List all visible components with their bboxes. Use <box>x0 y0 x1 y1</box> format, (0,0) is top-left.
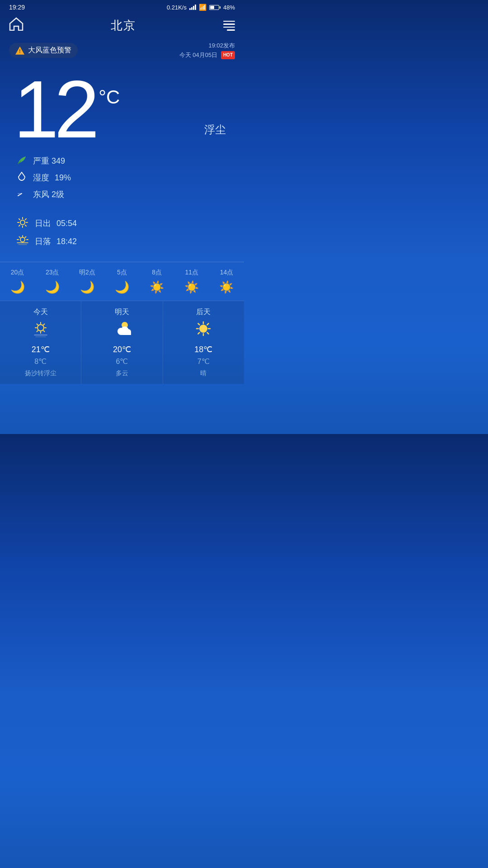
hour-item-6: 14点 ☀️ <box>209 269 244 294</box>
svg-line-24 <box>37 330 38 331</box>
wind-value: 东风 2级 <box>33 189 64 200</box>
aqi-label: 严重 349 <box>33 156 65 166</box>
hour-icon-3: 🌙 <box>115 280 129 294</box>
sun-section: 日出 05:54 日落 18:42 <box>0 214 244 262</box>
hour-icon-6: ☀️ <box>219 280 234 294</box>
day-high-today: 21℃ <box>32 344 50 354</box>
wind-row: 东风 2级 <box>16 189 233 201</box>
hour-item-5: 11点 ☀️ <box>174 269 209 294</box>
city-name: 北京 <box>111 18 136 33</box>
daily-forecast: 今天 21℃ 8℃ 扬沙转浮尘 明天 <box>0 301 244 384</box>
home-button[interactable] <box>9 17 23 34</box>
day-desc-aftertomorrow: 晴 <box>200 369 206 377</box>
status-indicators: 0.21K/s 📶 48% <box>167 4 235 11</box>
wifi-icon: 📶 <box>199 4 206 11</box>
day-label-aftertomorrow: 后天 <box>196 307 211 317</box>
menu-button[interactable] <box>223 21 235 31</box>
svg-point-9 <box>20 237 25 242</box>
svg-line-14 <box>25 236 26 237</box>
hour-item-0: 20点 🌙 <box>0 269 35 294</box>
network-speed: 0.21K/s <box>167 4 187 11</box>
day-high-tomorrow: 20℃ <box>113 344 131 354</box>
svg-point-17 <box>38 325 44 331</box>
svg-point-33 <box>199 325 207 333</box>
day-item-aftertomorrow: 后天 18℃ 7℃ 晴 <box>163 301 244 384</box>
hour-item-1: 23点 🌙 <box>35 269 70 294</box>
status-time: 19:29 <box>9 4 25 11</box>
hour-label-4: 8点 <box>152 269 162 277</box>
day-label-tomorrow: 明天 <box>115 307 129 317</box>
humidity-row: 湿度 19% <box>16 172 233 184</box>
hot-badge: HOT <box>221 51 235 59</box>
day-icon-today <box>31 320 51 342</box>
sunrise-time: 05:54 <box>56 219 77 228</box>
hour-item-4: 8点 ☀️ <box>140 269 174 294</box>
temperature-value: 12 <box>14 64 95 155</box>
weather-info-section: 严重 349 湿度 19% 东风 2级 <box>0 151 244 214</box>
leaf-icon <box>16 155 28 167</box>
menu-icon <box>223 24 235 25</box>
signal-icon <box>189 5 196 10</box>
svg-line-40 <box>198 332 200 334</box>
day-low-tomorrow: 6℃ <box>116 357 128 366</box>
menu-icon <box>223 27 235 28</box>
temperature-unit: °C <box>99 73 120 108</box>
svg-line-22 <box>37 324 38 325</box>
hour-label-1: 23点 <box>46 269 59 277</box>
day-low-today: 8℃ <box>34 357 47 366</box>
day-low-aftertomorrow: 7℃ <box>197 357 210 366</box>
battery-icon <box>209 5 221 10</box>
svg-line-8 <box>25 218 26 219</box>
sunset-icon <box>16 235 29 248</box>
humidity-value: 19% <box>55 173 71 183</box>
hour-item-2: 明2点 🌙 <box>70 269 104 294</box>
hour-icon-4: ☀️ <box>150 280 164 294</box>
svg-point-0 <box>20 220 25 225</box>
hour-icon-2: 🌙 <box>80 280 94 294</box>
sunrise-icon <box>16 217 29 231</box>
hour-label-2: 明2点 <box>79 269 95 277</box>
sunrise-label: 日出 <box>35 218 51 229</box>
svg-line-38 <box>198 323 200 325</box>
temperature-section: 12 °C 浮尘 <box>0 64 244 151</box>
svg-line-41 <box>207 323 209 325</box>
day-icon-tomorrow <box>112 320 132 342</box>
hour-icon-1: 🌙 <box>45 280 60 294</box>
sunset-row: 日落 18:42 <box>16 235 233 248</box>
current-date: 今天 04月05日 HOT <box>179 51 235 60</box>
hour-label-6: 14点 <box>220 269 234 277</box>
humidity-label: 湿度 <box>33 172 49 183</box>
svg-line-13 <box>19 236 20 237</box>
warning-badge[interactable]: 大风蓝色预警 <box>9 43 78 58</box>
svg-line-39 <box>207 332 209 334</box>
svg-line-23 <box>43 330 44 331</box>
svg-line-5 <box>19 218 20 219</box>
svg-line-7 <box>19 225 20 226</box>
svg-line-25 <box>43 324 44 325</box>
hour-icon-5: ☀️ <box>184 280 199 294</box>
temperature-display: 12 <box>14 73 95 146</box>
battery-percent: 48% <box>223 4 235 11</box>
day-desc-tomorrow: 多云 <box>116 369 128 377</box>
warning-triangle-icon <box>15 47 24 55</box>
status-bar: 19:29 0.21K/s 📶 48% <box>0 0 244 14</box>
aqi-row: 严重 349 <box>16 155 233 167</box>
day-item-today: 今天 21℃ 8℃ 扬沙转浮尘 <box>0 301 81 384</box>
wind-icon <box>16 189 28 201</box>
warning-row: 大风蓝色预警 19:02发布 今天 04月05日 HOT <box>0 39 244 64</box>
hourly-forecast: 20点 🌙 23点 🌙 明2点 🌙 5点 🌙 8点 ☀️ 11点 ☀️ 14点 … <box>0 262 244 301</box>
sunrise-row: 日出 05:54 <box>16 217 233 231</box>
day-desc-today: 扬沙转浮尘 <box>25 369 56 377</box>
hour-icon-0: 🌙 <box>10 280 25 294</box>
hour-label-3: 5点 <box>117 269 127 277</box>
date-info: 19:02发布 今天 04月05日 HOT <box>179 41 235 60</box>
day-label-today: 今天 <box>33 307 48 317</box>
day-high-aftertomorrow: 18℃ <box>194 344 212 354</box>
weather-description: 浮尘 <box>204 123 226 137</box>
sunset-label: 日落 <box>35 236 51 247</box>
svg-line-6 <box>25 225 26 226</box>
day-icon-aftertomorrow <box>193 320 213 342</box>
hour-item-3: 5点 🌙 <box>104 269 139 294</box>
warning-text: 大风蓝色预警 <box>28 46 71 55</box>
publish-time: 19:02发布 <box>179 41 235 51</box>
